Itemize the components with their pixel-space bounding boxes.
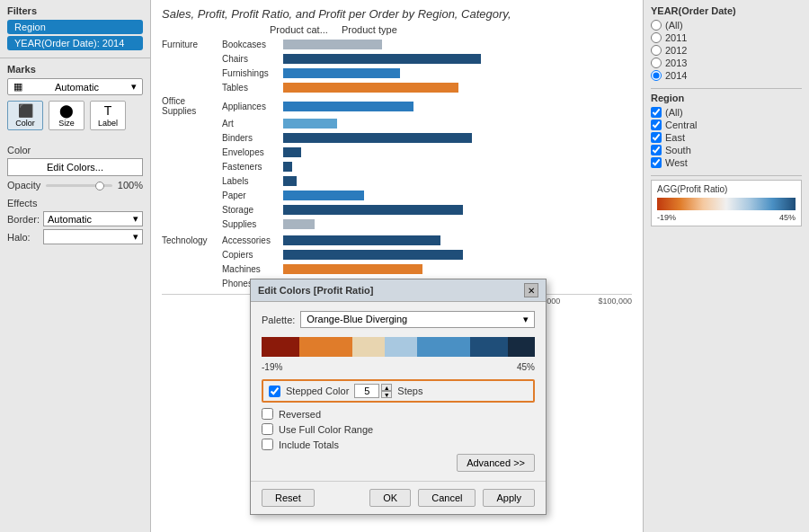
halo-label: Halo: (7, 232, 40, 243)
region-west-checkbox[interactable] (651, 157, 662, 168)
region-south-checkbox[interactable] (651, 145, 662, 155)
region-east-checkbox[interactable] (651, 132, 662, 143)
year-2014-radio[interactable] (651, 70, 662, 81)
size-mark-btn[interactable]: ⬤ Size (49, 101, 84, 130)
filter-region[interactable]: Region (7, 20, 143, 34)
region-central-label: Central (665, 120, 697, 130)
bar-accessories (283, 235, 440, 245)
region-east-label: East (665, 132, 685, 143)
palette-arrow-icon: ▾ (523, 314, 529, 325)
region-west-item: West (651, 157, 802, 168)
cat-furniture-label: Furniture (162, 40, 220, 49)
full-range-row: Use Full Color Range (262, 423, 535, 435)
advanced-button[interactable]: Advanced >> (457, 454, 535, 472)
office-appliances-row: Office Supplies Appliances (162, 96, 632, 116)
office-art-row: Art (162, 116, 632, 130)
office-fasteners-row: Fasteners (162, 159, 632, 173)
range-min-label: -19% (262, 362, 282, 372)
region-all-checkbox[interactable] (651, 107, 662, 118)
left-panel: Filters Region YEAR(Order Date): 2014 Ma… (0, 0, 151, 532)
steps-number-input[interactable] (354, 384, 379, 398)
gradient-dark-navy (470, 337, 508, 357)
edit-colors-button[interactable]: Edit Colors... (7, 158, 143, 176)
year-2013-radio[interactable] (651, 58, 662, 68)
edit-colors-dialog: Edit Colors [Profit Ratio] ✕ Palette: Or… (250, 279, 547, 515)
profit-ratio-legend: AGG(Profit Ratio) -19% 45% (651, 180, 802, 226)
year-all-radio[interactable] (651, 20, 662, 31)
steps-label: Steps (397, 386, 422, 396)
region-all-item: (All) (651, 107, 802, 118)
subcat-accessories: Accessories (220, 235, 283, 245)
furniture-chairs-row: Chairs (162, 51, 632, 66)
profit-ratio-max: 45% (779, 213, 796, 222)
bar-copiers-container (283, 248, 632, 261)
region-south-item: South (651, 145, 802, 155)
opacity-value: 100% (118, 180, 143, 191)
subcat-furnishings: Furnishings (220, 68, 283, 78)
bar-binders-container (283, 131, 632, 144)
bar-paper (283, 191, 364, 200)
modal-body: Palette: Orange-Blue Diverging ▾ (251, 302, 546, 481)
divider-1 (651, 88, 802, 89)
col-header-2: Product type (342, 24, 397, 35)
steps-up-button[interactable]: ▲ (381, 384, 392, 391)
bar-labels (283, 176, 297, 186)
include-totals-checkbox[interactable] (262, 439, 273, 450)
bar-supplies-container (283, 217, 632, 230)
marks-dropdown[interactable]: ▦ Automatic ▾ (7, 78, 143, 95)
bar-chairs (283, 54, 481, 64)
bar-envelopes (283, 147, 301, 157)
palette-dropdown[interactable]: Orange-Blue Diverging ▾ (300, 311, 535, 328)
reset-button[interactable]: Reset (262, 489, 315, 507)
opacity-slider[interactable] (46, 184, 112, 187)
range-max-label: 45% (517, 362, 535, 372)
subcat-supplies: Supplies (220, 219, 283, 229)
subcat-bookcases: Bookcases (220, 40, 283, 49)
modal-close-button[interactable]: ✕ (524, 283, 538, 297)
steps-input-wrap: ▲ ▼ (354, 384, 392, 398)
palette-row: Palette: Orange-Blue Diverging ▾ (262, 311, 535, 328)
border-value: Automatic (48, 214, 92, 225)
subcat-storage: Storage (220, 205, 283, 215)
category-office: Office Supplies Appliances Art (162, 96, 632, 231)
cancel-button[interactable]: Cancel (418, 489, 476, 507)
border-arrow-icon: ▾ (133, 213, 138, 225)
full-range-checkbox[interactable] (262, 423, 273, 435)
marks-type-label: Automatic (55, 82, 99, 93)
gradient-mid-blue (417, 337, 471, 357)
reversed-checkbox[interactable] (262, 408, 273, 420)
dropdown-arrow-icon: ▾ (131, 81, 137, 93)
office-paper-row: Paper (162, 188, 632, 202)
region-central-checkbox[interactable] (651, 120, 662, 130)
color-label: Color (15, 119, 35, 128)
label-mark-btn[interactable]: T Label (90, 101, 126, 130)
bar-chairs-container (283, 52, 632, 65)
color-mark-btn[interactable]: ⬛ Color (7, 101, 43, 130)
year-2011-radio[interactable] (651, 32, 662, 43)
subcat-chairs: Chairs (220, 54, 283, 64)
year-2013-label: 2013 (665, 58, 687, 68)
bar-fasteners (283, 162, 292, 172)
bar-copiers (283, 250, 463, 260)
stepped-color-checkbox[interactable] (269, 386, 280, 397)
apply-button[interactable]: Apply (483, 489, 535, 507)
region-south-label: South (665, 145, 691, 155)
bar-labels-container (283, 174, 632, 187)
ok-button[interactable]: OK (369, 489, 411, 507)
border-dropdown[interactable]: Automatic ▾ (43, 211, 143, 226)
furniture-tables-row: Tables (162, 80, 632, 94)
modal-title: Edit Colors [Profit Ratio] (258, 285, 373, 296)
full-range-label: Use Full Color Range (279, 424, 373, 435)
steps-down-button[interactable]: ▼ (381, 391, 392, 398)
filters-section: Filters Region YEAR(Order Date): 2014 (0, 0, 150, 58)
opacity-thumb (95, 182, 104, 191)
gradient-light-tan (352, 337, 385, 357)
filter-year[interactable]: YEAR(Order Date): 2014 (7, 36, 143, 50)
halo-dropdown[interactable]: ▾ (43, 229, 143, 244)
bar-furnishings-container (283, 66, 632, 79)
filters-title: Filters (7, 5, 143, 16)
year-2012-radio[interactable] (651, 45, 662, 56)
region-checkbox-group: (All) Central East South West (651, 107, 802, 168)
bar-accessories-container (283, 234, 632, 246)
chart-rows: Furniture Bookcases Chairs (162, 37, 632, 292)
